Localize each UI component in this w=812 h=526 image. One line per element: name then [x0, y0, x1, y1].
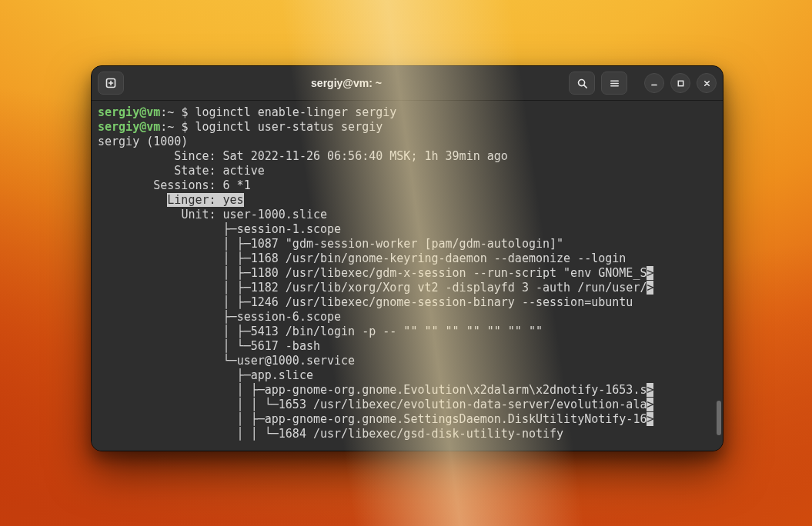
- close-button[interactable]: [697, 73, 717, 93]
- minimize-button[interactable]: [644, 73, 664, 93]
- search-icon: [576, 78, 588, 89]
- menu-button[interactable]: [601, 72, 627, 95]
- scrollbar-thumb[interactable]: [717, 401, 721, 435]
- desktop-wallpaper: sergiy@vm: ~: [0, 0, 812, 526]
- window-title: sergiy@vm: ~: [242, 77, 452, 89]
- new-tab-button[interactable]: [98, 72, 124, 95]
- titlebar: sergiy@vm: ~: [92, 66, 723, 101]
- highlight-linger: Linger: yes: [167, 193, 243, 207]
- close-icon: [703, 79, 711, 88]
- svg-rect-2: [678, 81, 683, 85]
- terminal-output: sergiy@vm:~ $ loginctl enable-linger ser…: [98, 105, 717, 441]
- hamburger-icon: [609, 78, 620, 89]
- maximize-icon: [677, 79, 685, 88]
- search-button[interactable]: [569, 72, 595, 95]
- minimize-icon: [650, 78, 659, 88]
- maximize-button[interactable]: [670, 73, 690, 93]
- new-tab-icon: [105, 77, 117, 89]
- terminal-window: sergiy@vm: ~: [91, 65, 723, 451]
- terminal-viewport[interactable]: sergiy@vm:~ $ loginctl enable-linger ser…: [92, 101, 723, 451]
